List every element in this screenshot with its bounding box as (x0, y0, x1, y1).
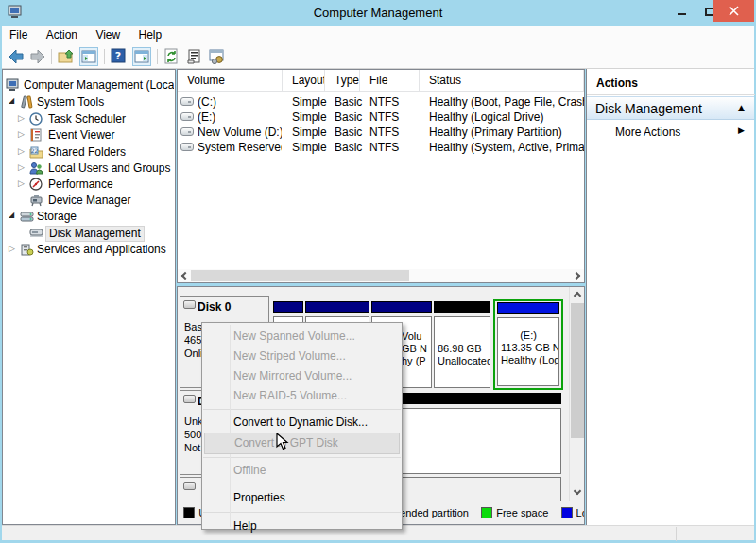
collapsed-arrow-icon[interactable]: ▷ (18, 178, 29, 188)
tree-item-label: Task Scheduler (45, 112, 129, 127)
legend-color-swatch (481, 507, 492, 518)
partition-e-selected[interactable]: (E:) 113.35 GB NTFS Healthy (Logical Dri… (493, 299, 563, 390)
svg-text:?: ? (115, 50, 121, 62)
tree-item-label: Performance (45, 178, 116, 192)
actions-group-title: Disk Management (595, 101, 702, 116)
volume-row-c[interactable]: (C:) Simple Basic NTFS Healthy (Boot, Pa… (178, 94, 584, 110)
help-icon[interactable]: ? (110, 47, 129, 66)
unallocated-size: 86.98 GB (438, 343, 490, 355)
vertical-scrollbar[interactable] (569, 287, 584, 501)
volume-row-e[interactable]: (E:) Simple Basic NTFS Healthy (Logical … (178, 110, 584, 125)
menu-item-new-striped-volume[interactable]: New Striped Volume... (202, 347, 402, 366)
menu-separator (203, 512, 401, 513)
cell-type: Basic (335, 125, 369, 140)
partition3-size: GB N (402, 343, 431, 355)
menu-item-convert-to-gpt-disk[interactable]: Convert to GPT Disk (204, 433, 400, 454)
collapsed-arrow-icon[interactable]: ▷ (18, 129, 29, 139)
volume-row-system-reserved[interactable]: System Reserved Simple Basic NTFS Health… (178, 140, 584, 155)
disk0-name: Disk 0 (198, 300, 231, 314)
scroll-down-icon[interactable] (571, 486, 584, 500)
collapse-arrow-icon[interactable]: ▲ (738, 103, 745, 112)
partition-e-stripe (497, 302, 559, 314)
tree-item-label-selected: Disk Management (45, 226, 145, 242)
menu-item-new-raid5-volume[interactable]: New RAID-5 Volume... (202, 386, 402, 406)
disk-drive-icon (183, 395, 196, 403)
menu-item-new-spanned-volume[interactable]: New Spanned Volume... (202, 327, 402, 347)
cell-status: Healthy (Boot, Page File, Crash Dump, Pr… (429, 94, 584, 110)
tree-item-label: System Tools (34, 95, 107, 110)
menu-separator (203, 484, 401, 484)
column-header-type[interactable]: Type (325, 70, 360, 92)
disk-context-menu: New Spanned Volume... New Striped Volume… (201, 322, 403, 530)
back-icon[interactable] (7, 47, 26, 66)
disk-drive-icon (183, 300, 196, 309)
expanded-arrow-icon[interactable]: ◢ (9, 211, 20, 219)
cell-type: Basic (335, 140, 369, 155)
unallocated-label: Unallocated (438, 355, 490, 367)
minimize-button[interactable] (667, 2, 696, 21)
cell-file-system: NTFS (369, 110, 428, 125)
title-bar[interactable]: Computer Management (0, 0, 756, 26)
menu-help[interactable]: Help (131, 26, 170, 42)
toolbar: ? (2, 44, 754, 69)
expanded-arrow-icon[interactable]: ◢ (9, 96, 20, 105)
window-gears-icon[interactable] (208, 47, 227, 66)
scroll-up-icon[interactable] (571, 287, 584, 300)
collapsed-arrow-icon[interactable]: ▷ (9, 244, 20, 253)
scrollbar-thumb[interactable] (571, 303, 584, 438)
console-tree-toggle-icon[interactable] (79, 47, 98, 66)
scroll-right-icon[interactable] (571, 269, 584, 282)
cell-status: Healthy (System, Active, Primary Partiti… (429, 140, 584, 155)
scrollbar-thumb[interactable] (191, 270, 409, 281)
cell-volume: (C:) (198, 94, 282, 110)
cell-file-system: NTFS (369, 125, 428, 140)
actions-group-disk-management[interactable]: Disk Management ▲ (587, 96, 754, 120)
partition1-stripe (273, 301, 303, 313)
partition-e-box[interactable]: (E:) 113.35 GB NTFS Healthy (Logical Dri… (497, 317, 559, 386)
drive-icon (180, 143, 194, 151)
menu-item-offline[interactable]: Offline (202, 461, 402, 481)
column-header-file-system[interactable]: File System (360, 70, 420, 92)
menu-file[interactable]: File (2, 26, 35, 42)
partition3-stripe (371, 301, 432, 313)
horizontal-scrollbar[interactable] (178, 269, 584, 282)
column-header-volume[interactable]: Volume (178, 70, 283, 92)
menu-view[interactable]: View (88, 26, 128, 42)
forward-icon[interactable] (28, 47, 47, 66)
action-pane-toggle-icon[interactable] (132, 47, 151, 66)
refresh-icon[interactable] (163, 47, 181, 66)
collapsed-arrow-icon[interactable]: ▷ (18, 113, 29, 123)
close-button[interactable] (713, 0, 754, 22)
device-icon (29, 194, 43, 207)
menu-separator (203, 457, 401, 458)
more-actions-item[interactable]: More Actions (615, 126, 680, 139)
menu-item-properties[interactable]: Properties (202, 487, 402, 509)
volume-row-d[interactable]: New Volume (D:) Simple Basic NTFS Health… (178, 125, 584, 140)
cell-volume: (E:) (198, 110, 282, 125)
menu-item-help[interactable]: Help (202, 516, 402, 537)
tree-item-label: Local Users and Groups (45, 161, 173, 176)
menu-item-new-mirrored-volume[interactable]: New Mirrored Volume... (202, 366, 402, 386)
partition-e-name: (E:) (498, 330, 558, 342)
event-viewer-icon (29, 128, 43, 142)
export-list-icon[interactable] (185, 47, 204, 66)
menu-item-convert-to-dynamic-disk[interactable]: Convert to Dynamic Disk... (202, 413, 402, 433)
cell-file-system: NTFS (369, 94, 428, 110)
cell-volume: System Reserved (198, 140, 282, 155)
partition2-stripe (305, 301, 369, 313)
up-level-icon[interactable] (57, 47, 76, 66)
tree-item-label: Event Viewer (45, 128, 117, 143)
column-header-layout[interactable]: Layout (283, 70, 325, 92)
partition-e-size: 113.35 GB NTFS (498, 342, 558, 354)
services-icon (20, 243, 34, 256)
collapsed-arrow-icon[interactable]: ▷ (18, 162, 29, 172)
scroll-left-icon[interactable] (178, 269, 191, 282)
collapsed-arrow-icon[interactable]: ▷ (18, 146, 29, 156)
unallocated-box[interactable]: 86.98 GB Unallocated (434, 316, 490, 388)
console-tree-pane: Computer Management (Local) ◢ System Too… (2, 69, 176, 525)
cell-status: Healthy (Logical Drive) (429, 110, 584, 125)
menu-action[interactable]: Action (39, 26, 85, 42)
cell-file-system: NTFS (369, 140, 428, 155)
toolbar-separator (51, 49, 52, 64)
column-header-status[interactable]: Status (420, 70, 584, 92)
